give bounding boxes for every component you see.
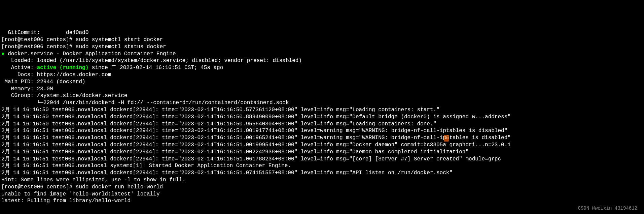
log-line: 2月 14 16:16:51 test006.novalocal systemd… [1, 162, 643, 170]
terminal-line: Main PID: 22944 (dockerd) [1, 79, 643, 86]
log-line: 2月 14 16:16:51 test006.novalocal dockerd… [1, 156, 643, 163]
terminal-line: [root@test006 centos]# sudo systemctl st… [1, 43, 643, 51]
csdn-logo-icon: S [444, 135, 449, 142]
log-line: 2月 14 16:16:51 test006.novalocal dockerd… [1, 142, 643, 149]
status-dot-icon: ● [1, 51, 8, 57]
active-running-status: active (running) [37, 65, 89, 71]
log-line: 2月 14 16:16:51 test006.novalocal dockerd… [1, 149, 643, 156]
log-line: 2月 14 16:16:51 test006.novalocal dockerd… [1, 134, 643, 142]
active-label: Active: [1, 65, 37, 71]
terminal-line: Docs: https://docs.docker.com [1, 71, 643, 79]
log-line: 2月 14 16:16:50 test006.novalocal dockerd… [1, 106, 643, 114]
log-line: 2月 14 16:16:50 test006.novalocal dockerd… [1, 121, 643, 128]
service-status-line: ● docker.service - Docker Application Co… [1, 51, 643, 58]
service-name: docker.service - Docker Application Cont… [8, 51, 176, 57]
log-line: 2月 14 16:16:51 test006.novalocal dockerd… [1, 127, 643, 134]
terminal-line: Unable to find image 'hello-world:latest… [1, 191, 643, 198]
active-since: since 二 2023-02-14 16:16:51 CST; 45s ago [88, 65, 223, 71]
log-line: 2月 14 16:16:51 test006.novalocal dockerd… [1, 170, 643, 177]
terminal-line: GitCommit: de40ad0 [1, 29, 643, 36]
terminal-line: └─22944 /usr/bin/dockerd -H fd:// --cont… [1, 99, 643, 106]
terminal-line: [root@test006 centos]# sudo systemctl st… [1, 36, 643, 43]
terminal-output[interactable]: GitCommit: de40ad0[root@test006 centos]#… [1, 29, 643, 205]
csdn-watermark: CSDN @weixin_43194612 [578, 205, 637, 211]
terminal-line: Loaded: loaded (/usr/lib/systemd/system/… [1, 57, 643, 64]
terminal-line: Memory: 23.0M [1, 86, 643, 93]
log-line: 2月 14 16:16:50 test006.novalocal dockerd… [1, 114, 643, 121]
terminal-line: Hint: Some lines were ellipsized, use -l… [1, 177, 643, 184]
terminal-line: latest: Pulling from library/hello-world [1, 197, 643, 205]
terminal-line: [root@test006 centos]# sudo docker run h… [1, 184, 643, 191]
active-status-line: Active: active (running) since 二 2023-02… [1, 64, 643, 71]
terminal-line: CGroup: /system.slice/docker.service [1, 92, 643, 99]
